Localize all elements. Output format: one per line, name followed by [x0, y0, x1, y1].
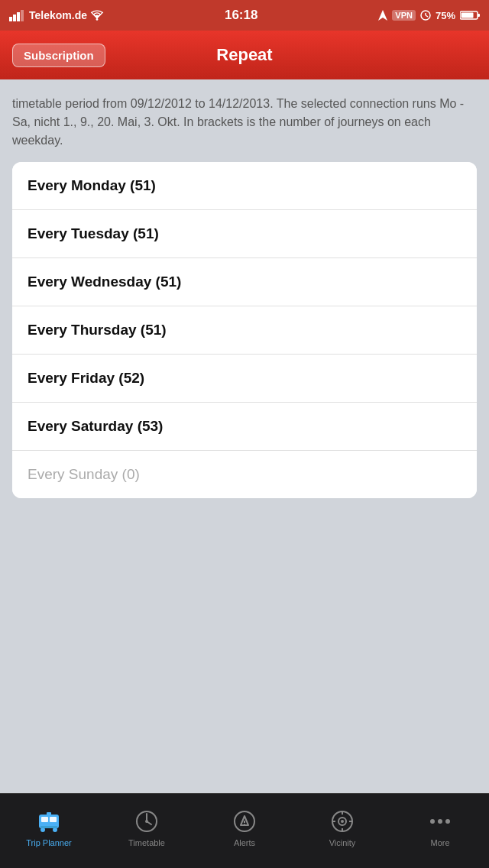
tab-alerts-label: Alerts	[234, 838, 255, 847]
svg-rect-10	[478, 14, 480, 17]
status-left: Telekom.de	[9, 9, 104, 21]
svg-point-35	[445, 819, 450, 824]
nav-bar: Subscription Repeat	[0, 31, 489, 79]
list-item-text: Every Sunday (0)	[28, 466, 140, 483]
tab-bar: Trip Planner Timetable Alerts	[0, 793, 489, 868]
battery-icon	[460, 10, 480, 21]
more-icon	[426, 808, 454, 835]
tab-alerts[interactable]: Alerts	[196, 794, 293, 868]
signal-icon	[9, 9, 26, 21]
page-title: Repeat	[216, 45, 272, 65]
svg-rect-1	[13, 15, 16, 21]
svg-point-33	[430, 819, 435, 824]
list-item-text: Every Wednesday (51)	[28, 274, 181, 290]
list-item[interactable]: Every Thursday (51)	[12, 306, 477, 355]
svg-point-4	[96, 18, 99, 21]
tab-more-label: More	[430, 838, 449, 847]
list-item[interactable]: Every Friday (52)	[12, 355, 477, 403]
list-item-text: Every Thursday (51)	[28, 322, 167, 338]
svg-line-8	[426, 15, 428, 17]
list-item[interactable]: Every Tuesday (51)	[12, 210, 477, 258]
svg-rect-17	[40, 826, 57, 828]
tab-timetable[interactable]: Timetable	[98, 794, 196, 868]
tab-vicinity-label: Vicinity	[329, 838, 356, 847]
vicinity-icon	[329, 808, 356, 835]
status-time: 16:18	[225, 8, 257, 23]
svg-point-22	[145, 820, 148, 823]
status-right: VPN 75%	[378, 10, 480, 21]
svg-point-34	[438, 819, 442, 824]
location-icon	[378, 10, 387, 21]
list-item[interactable]: Every Wednesday (51)	[12, 258, 477, 306]
list-item[interactable]: Every Monday (51)	[12, 162, 477, 210]
svg-rect-13	[41, 817, 48, 822]
list-item-text: Every Monday (51)	[28, 177, 156, 194]
carrier-label: Telekom.de	[29, 9, 87, 21]
repeat-list-card: Every Monday (51)Every Tuesday (51)Every…	[12, 162, 477, 498]
clock-icon	[420, 10, 431, 21]
description-text: timetable period from 09/12/2012 to 14/1…	[12, 92, 477, 162]
status-bar: Telekom.de 16:18 VPN 75%	[0, 0, 489, 31]
tab-vicinity[interactable]: Vicinity	[293, 794, 391, 868]
list-item-text: Every Saturday (53)	[28, 418, 163, 435]
svg-rect-3	[21, 10, 24, 21]
svg-rect-0	[9, 17, 12, 21]
svg-rect-14	[50, 817, 57, 822]
alerts-icon	[231, 808, 258, 835]
svg-rect-2	[17, 12, 20, 21]
timetable-icon	[133, 808, 160, 835]
scroll-area: timetable period from 09/12/2012 to 14/1…	[0, 79, 489, 793]
wifi-icon	[90, 10, 104, 21]
battery-label: 75%	[436, 10, 455, 21]
tab-trip-planner-label: Trip Planner	[26, 838, 72, 847]
svg-marker-5	[378, 10, 387, 21]
list-item[interactable]: Every Sunday (0)	[12, 451, 477, 498]
tab-trip-planner[interactable]: Trip Planner	[0, 794, 98, 868]
list-item-text: Every Friday (52)	[28, 370, 144, 387]
tab-timetable-label: Timetable	[128, 838, 165, 847]
content-area: timetable period from 09/12/2012 to 14/1…	[0, 79, 489, 517]
tab-more[interactable]: More	[391, 794, 489, 868]
vpn-badge: VPN	[392, 10, 416, 21]
svg-rect-18	[47, 812, 51, 815]
svg-point-25	[244, 824, 245, 825]
svg-rect-11	[461, 13, 473, 18]
svg-point-28	[341, 820, 344, 823]
trip-planner-icon	[35, 808, 63, 835]
list-item[interactable]: Every Saturday (53)	[12, 403, 477, 451]
list-item-text: Every Tuesday (51)	[28, 225, 159, 242]
back-button[interactable]: Subscription	[12, 44, 105, 67]
